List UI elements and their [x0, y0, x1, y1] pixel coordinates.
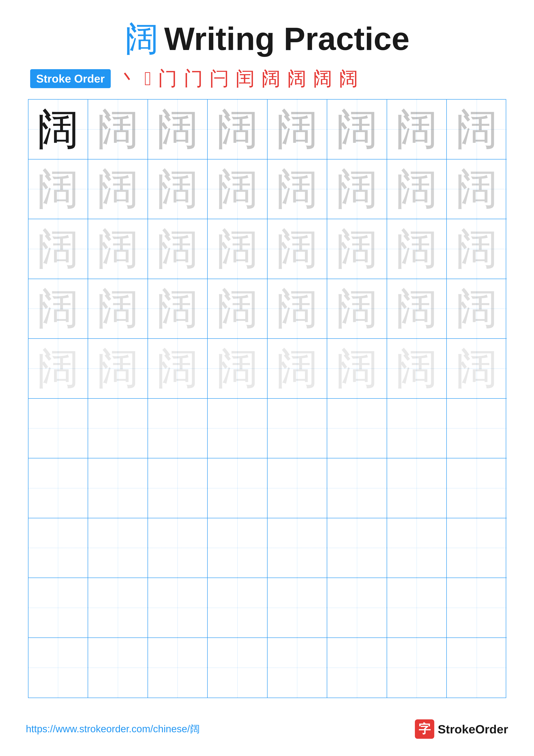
grid-cell[interactable] — [267, 399, 327, 459]
grid-cell[interactable] — [28, 638, 88, 698]
grid-cell[interactable]: 阔 — [267, 339, 327, 399]
grid-row-9 — [28, 578, 506, 638]
grid-cell[interactable]: 阔 — [267, 279, 327, 339]
grid-cell[interactable] — [447, 638, 507, 698]
grid-cell[interactable] — [88, 578, 148, 638]
title-section: 阔 Writing Practice — [124, 21, 410, 56]
grid-cell[interactable]: 阔 — [208, 279, 267, 339]
grid-cell[interactable] — [267, 638, 327, 698]
grid-cell[interactable]: 阔 — [148, 279, 208, 339]
practice-char: 阔 — [335, 108, 378, 151]
grid-cell[interactable] — [447, 518, 507, 578]
grid-cell[interactable]: 阔 — [88, 159, 148, 219]
grid-cell[interactable]: 阔 — [148, 339, 208, 399]
grid-cell[interactable]: 阔 — [28, 159, 88, 219]
grid-cell[interactable] — [88, 399, 148, 459]
grid-cell[interactable] — [208, 458, 267, 518]
grid-cell[interactable] — [28, 399, 88, 459]
grid-cell[interactable] — [327, 458, 387, 518]
grid-cell[interactable]: 阔 — [267, 159, 327, 219]
grid-cell[interactable]: 阔 — [28, 99, 88, 159]
grid-cell[interactable]: 阔 — [28, 219, 88, 279]
grid-cell[interactable] — [387, 518, 447, 578]
grid-cell[interactable]: 阔 — [327, 99, 387, 159]
grid-cell[interactable] — [28, 578, 88, 638]
practice-char: 阔 — [335, 228, 378, 270]
grid-cell[interactable]: 阔 — [267, 99, 327, 159]
grid-cell[interactable]: 阔 — [327, 279, 387, 339]
grid-cell[interactable]: 阔 — [327, 159, 387, 219]
grid-cell[interactable] — [148, 458, 208, 518]
grid-cell[interactable] — [327, 399, 387, 459]
grid-cell[interactable] — [208, 399, 267, 459]
footer-url[interactable]: https://www.strokeorder.com/chinese/阔 — [26, 722, 200, 736]
grid-cell[interactable] — [88, 518, 148, 578]
grid-row-10 — [28, 638, 506, 698]
practice-char: 阔 — [216, 287, 259, 330]
grid-cell[interactable]: 阔 — [447, 159, 507, 219]
grid-cell[interactable]: 阔 — [88, 99, 148, 159]
grid-cell[interactable] — [387, 578, 447, 638]
grid-row-8 — [28, 518, 506, 578]
stroke-9: 阔 — [313, 69, 332, 88]
practice-char: 阔 — [455, 228, 498, 270]
grid-cell[interactable] — [208, 518, 267, 578]
grid-cell[interactable]: 阔 — [208, 219, 267, 279]
grid-cell[interactable] — [28, 458, 88, 518]
stroke-8: 阔 — [287, 69, 307, 88]
grid-cell[interactable] — [447, 578, 507, 638]
grid-cell[interactable] — [387, 399, 447, 459]
grid-cell[interactable]: 阔 — [387, 159, 447, 219]
grid-cell[interactable] — [267, 518, 327, 578]
grid-cell[interactable] — [387, 458, 447, 518]
grid-cell[interactable]: 阔 — [208, 339, 267, 399]
grid-cell[interactable]: 阔 — [447, 279, 507, 339]
grid-cell[interactable]: 阔 — [447, 219, 507, 279]
grid-cell[interactable]: 阔 — [267, 219, 327, 279]
grid-cell[interactable] — [267, 458, 327, 518]
grid-cell[interactable]: 阔 — [327, 339, 387, 399]
grid-cell[interactable] — [88, 638, 148, 698]
grid-cell[interactable] — [148, 399, 208, 459]
grid-cell[interactable] — [28, 518, 88, 578]
practice-char: 阔 — [455, 287, 498, 330]
grid-cell[interactable]: 阔 — [387, 339, 447, 399]
grid-cell[interactable]: 阔 — [387, 99, 447, 159]
title-character: 阔 — [124, 21, 159, 56]
grid-cell[interactable]: 阔 — [447, 339, 507, 399]
grid-cell[interactable]: 阔 — [148, 219, 208, 279]
grid-cell[interactable] — [387, 638, 447, 698]
grid-cell[interactable] — [208, 638, 267, 698]
grid-cell[interactable] — [208, 578, 267, 638]
grid-cell[interactable]: 阔 — [387, 279, 447, 339]
grid-cell[interactable] — [447, 458, 507, 518]
grid-cell[interactable]: 阔 — [88, 219, 148, 279]
practice-char: 阔 — [395, 347, 438, 390]
practice-char: 阔 — [216, 108, 259, 151]
grid-cell[interactable] — [327, 518, 387, 578]
grid-cell[interactable] — [148, 638, 208, 698]
grid-cell[interactable]: 阔 — [208, 99, 267, 159]
grid-cell[interactable] — [267, 578, 327, 638]
practice-char: 阔 — [275, 347, 318, 390]
grid-cell[interactable]: 阔 — [387, 219, 447, 279]
practice-char: 阔 — [335, 168, 378, 210]
grid-cell[interactable] — [148, 578, 208, 638]
grid-cell[interactable]: 阔 — [208, 159, 267, 219]
grid-cell[interactable]: 阔 — [88, 279, 148, 339]
grid-cell[interactable]: 阔 — [327, 219, 387, 279]
grid-cell[interactable]: 阔 — [88, 339, 148, 399]
grid-cell[interactable]: 阔 — [148, 99, 208, 159]
grid-cell[interactable] — [88, 458, 148, 518]
practice-char: 阔 — [455, 347, 498, 390]
grid-cell[interactable]: 阔 — [28, 279, 88, 339]
grid-cell[interactable] — [327, 578, 387, 638]
strokeorder-logo-icon: 字 — [415, 719, 434, 739]
grid-cell[interactable] — [327, 638, 387, 698]
grid-cell[interactable]: 阔 — [148, 159, 208, 219]
grid-cell[interactable] — [447, 399, 507, 459]
grid-cell[interactable] — [148, 518, 208, 578]
grid-row-3: 阔 阔 阔 阔 阔 阔 阔 阔 — [28, 219, 506, 279]
grid-cell[interactable]: 阔 — [28, 339, 88, 399]
grid-cell[interactable]: 阔 — [447, 99, 507, 159]
